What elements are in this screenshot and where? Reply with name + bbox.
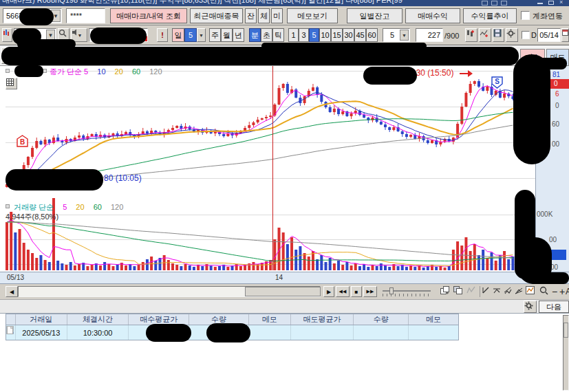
zigzag-icon	[466, 286, 475, 294]
settings-button[interactable]	[506, 28, 518, 42]
legend-close-ma: 종가 단순 5	[50, 67, 88, 76]
minute-15-button[interactable]: 15	[331, 28, 343, 42]
save-button[interactable]	[493, 28, 504, 42]
header-buy-memo[interactable]: 메모	[249, 314, 291, 325]
stock-icon	[3, 29, 9, 36]
speed-slider-track[interactable]	[383, 290, 431, 292]
period-week-button[interactable]: 주	[209, 28, 221, 42]
candle-add-button[interactable]	[465, 28, 477, 42]
gear-icon	[506, 29, 515, 38]
grid-table-icon	[6, 78, 14, 86]
trendline-tool-2[interactable]	[493, 286, 504, 297]
zigzag-tool-button[interactable]	[466, 286, 478, 297]
axis-label-2: 60	[552, 120, 559, 128]
close-icon[interactable]: ×	[559, 0, 563, 6]
redaction	[1, 47, 519, 65]
balance-mini-button[interactable]: 잔	[245, 8, 257, 23]
table-settings-button[interactable]	[524, 301, 537, 313]
cell-sell-avg	[291, 325, 354, 340]
legend-vol-ma60: 60	[94, 203, 102, 211]
stop-button[interactable]: ■	[351, 286, 362, 297]
pane-overlap-button[interactable]	[453, 286, 465, 297]
vol-axis-k: 000K	[537, 210, 552, 218]
period-month-button[interactable]: 월	[221, 28, 233, 42]
table-scrollbar-thumb[interactable]	[563, 323, 568, 338]
titlebar-tool-icon[interactable]	[482, 1, 488, 6]
interval-dropdown-button[interactable]: ▼	[400, 30, 409, 41]
minute-30-button[interactable]: 30	[343, 28, 354, 42]
minimize-icon[interactable]	[537, 3, 543, 4]
trendline-tool-4[interactable]	[515, 286, 526, 297]
minute-3-button[interactable]: 3	[299, 28, 309, 42]
period-day-count[interactable]: 5	[184, 28, 197, 42]
period-tick-button[interactable]: 틱	[272, 28, 284, 42]
recent-trades-button[interactable]: 최근매매종목	[190, 8, 243, 23]
interval-value: 5	[390, 31, 394, 39]
redaction	[206, 323, 250, 342]
account-link-checkbox[interactable]	[521, 11, 530, 20]
alert-button[interactable]: !	[157, 28, 168, 42]
font-size-button[interactable]: A	[565, 285, 569, 297]
period-year-button[interactable]: 년	[233, 28, 244, 42]
interval-combo[interactable]: 5 ▼	[383, 28, 410, 42]
minute-5-button[interactable]: 5	[309, 28, 319, 42]
stock-icon-button[interactable]	[2, 28, 12, 42]
titlebar-tool-icon[interactable]	[491, 1, 497, 6]
volume-legend: 거래량 단순 5 20 60 120	[14, 202, 130, 213]
maximize-icon[interactable]	[548, 1, 554, 5]
forward-button[interactable]: ▶▶	[363, 286, 377, 297]
filled-mini-button[interactable]: 체	[258, 8, 270, 23]
minute-10-button[interactable]: 10	[319, 28, 331, 42]
data-table-button[interactable]	[6, 78, 17, 89]
account-link-label: 계좌연동	[533, 11, 563, 21]
scroll-left-button[interactable]: ◀	[6, 286, 18, 297]
chart-scrollbar-track[interactable]	[18, 286, 321, 297]
header-sell-qty[interactable]: 수량	[354, 314, 409, 325]
date-field[interactable]: 05/14	[537, 28, 561, 42]
period-minute-button[interactable]: 분	[249, 28, 261, 42]
period-second-button[interactable]: 초	[261, 28, 272, 42]
header-buy-avg[interactable]: 매수평균가	[129, 314, 189, 325]
minute-60-button[interactable]: 60	[366, 28, 378, 42]
header-sell-memo[interactable]: 메모	[409, 314, 458, 325]
low-annotation: 80 (10:05)	[104, 173, 142, 183]
header-fill-time[interactable]: 체결시간	[67, 314, 129, 325]
trendline-tool-3[interactable]	[504, 286, 515, 297]
chart-image-button[interactable]	[526, 286, 537, 297]
table-scrollbar[interactable]	[563, 315, 569, 391]
trend-add-icon	[480, 29, 489, 38]
d-checkbox[interactable]	[522, 31, 530, 39]
header-trade-date[interactable]: 거래일	[16, 314, 67, 325]
titlebar-tool-icon[interactable]	[501, 1, 507, 6]
trend-add-button[interactable]	[479, 28, 491, 42]
high-annotation-arrow-head	[468, 70, 473, 77]
rewind-button[interactable]: ◀◀	[336, 286, 350, 297]
volume-summary: 4,944주(8,50%)	[6, 212, 58, 222]
yield-trend-button[interactable]: 수익률추이	[463, 8, 517, 23]
speaker-dropdown-arrow[interactable]: ▼	[78, 33, 83, 38]
pane-layout-button[interactable]	[440, 286, 452, 297]
header-sell-avg[interactable]: 매도평균가	[291, 314, 354, 325]
minute-1-button[interactable]: 1	[288, 28, 299, 42]
trade-mark-history-button[interactable]: 매매마크/내역 조회	[110, 8, 187, 23]
calendar-button[interactable]	[561, 28, 569, 42]
trade-profit-button[interactable]: 매매수익	[405, 8, 460, 23]
trendline-tool-1[interactable]	[482, 286, 493, 297]
daily-balance-button[interactable]: 일별잔고	[347, 8, 402, 23]
period-day-button[interactable]: 일	[172, 28, 184, 42]
zoom-search-button[interactable]	[539, 286, 550, 297]
minute-45-button[interactable]: 45	[354, 28, 366, 42]
date-label-left: 05/13	[7, 274, 24, 281]
password-field[interactable]: ****	[66, 8, 105, 23]
period-day-dropdown[interactable]: ▼	[197, 28, 206, 42]
cell-sell-memo[interactable]	[409, 325, 458, 340]
memo-view-button[interactable]: 메모보기	[287, 8, 338, 23]
cell-buy-memo[interactable]	[249, 325, 291, 340]
play-button[interactable]: ▶	[323, 286, 334, 297]
unfilled-mini-button[interactable]: 미	[271, 8, 283, 23]
chart-scrollbar-thumb[interactable]	[245, 287, 321, 296]
next-button[interactable]: 다음	[539, 301, 569, 313]
header-spacer	[6, 314, 16, 325]
save-disk-icon	[493, 29, 502, 37]
title-bar: 매매마크) R088nQ198 화학안소류[10,118(만)] 수익주[88,…	[0, 0, 569, 6]
